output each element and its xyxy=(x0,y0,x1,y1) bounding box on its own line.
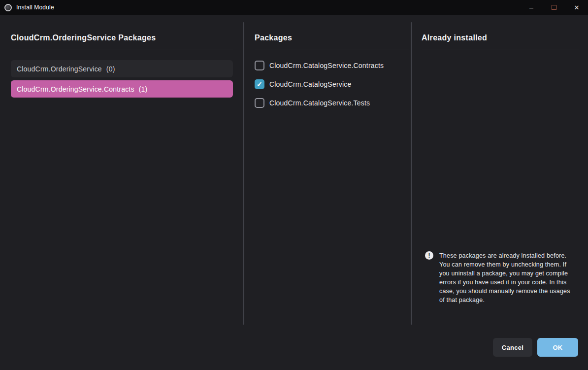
package-checkbox[interactable] xyxy=(255,61,264,70)
install-module-dialog: Install Module – ✕ CloudCrm.OrderingServ… xyxy=(0,0,588,370)
packages-panel-divider xyxy=(255,49,409,49)
package-label: CloudCrm.CatalogService.Contracts xyxy=(269,62,384,69)
left-panel-divider xyxy=(10,49,233,49)
panel-splitter[interactable] xyxy=(411,22,412,325)
module-list-item[interactable]: CloudCrm.OrderingService.Contracts (1) xyxy=(11,80,233,98)
package-label: CloudCrm.CatalogService xyxy=(269,80,351,88)
window-controls: – ✕ xyxy=(520,0,588,15)
app-logo-icon xyxy=(4,4,12,11)
maximize-icon xyxy=(552,5,556,10)
close-button[interactable]: ✕ xyxy=(565,0,588,15)
ok-button[interactable]: OK xyxy=(537,338,578,357)
info-icon: ! xyxy=(425,251,433,260)
package-row[interactable]: CloudCrm.CatalogService xyxy=(255,79,351,90)
panel-splitter[interactable] xyxy=(243,22,244,325)
package-checkbox[interactable] xyxy=(255,79,264,89)
module-item-label: CloudCrm.OrderingService xyxy=(17,65,102,73)
installed-panel-heading: Already installed xyxy=(422,34,487,42)
module-item-count: (0) xyxy=(106,65,115,73)
installed-panel-divider xyxy=(422,49,579,49)
packages-panel-heading: Packages xyxy=(255,34,292,42)
cancel-button[interactable]: Cancel xyxy=(493,338,532,357)
module-list-item[interactable]: CloudCrm.OrderingService (0) xyxy=(11,60,233,77)
title-bar: Install Module – ✕ xyxy=(0,0,588,15)
package-label: CloudCrm.CatalogService.Tests xyxy=(269,99,370,107)
left-panel-heading: CloudCrm.OrderingService Packages xyxy=(11,34,156,42)
package-row[interactable]: CloudCrm.CatalogService.Contracts xyxy=(255,60,384,71)
maximize-button[interactable] xyxy=(543,0,565,15)
module-item-count: (1) xyxy=(139,85,148,93)
module-item-label: CloudCrm.OrderingService.Contracts xyxy=(17,85,134,93)
package-row[interactable]: CloudCrm.CatalogService.Tests xyxy=(255,98,370,108)
installed-note-text: These packages are already installed bef… xyxy=(439,251,573,304)
package-checkbox[interactable] xyxy=(255,98,264,108)
minimize-button[interactable]: – xyxy=(520,0,543,15)
window-title: Install Module xyxy=(16,4,54,11)
